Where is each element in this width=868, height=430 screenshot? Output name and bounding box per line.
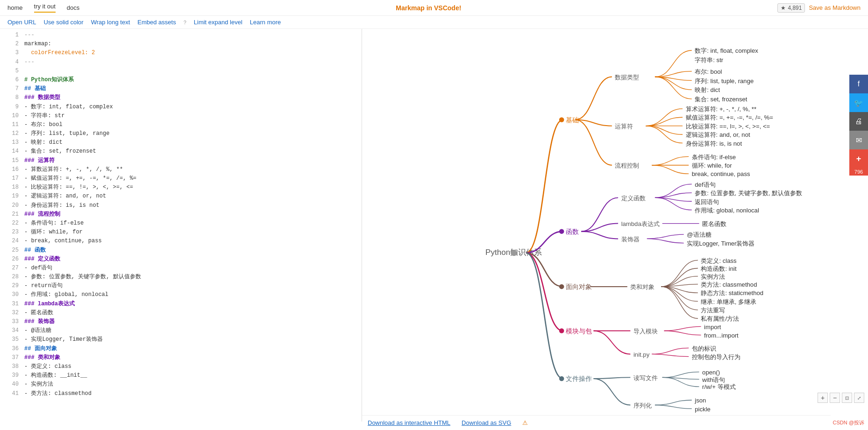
editor-line: 8### 数据类型 bbox=[0, 93, 362, 102]
node-logger: 实现Logger, Timer装饰器 bbox=[687, 240, 754, 247]
line-content: - 类方法: classmethod bbox=[24, 389, 358, 398]
social-sidebar: f 🐦 🖨 ✉ + 796 bbox=[849, 75, 868, 176]
github-count: 4,891 bbox=[788, 5, 802, 11]
editor-line: 4--- bbox=[0, 58, 362, 67]
line-number: 16 bbox=[4, 165, 19, 174]
nav-try-it-out[interactable]: try it out bbox=[34, 3, 56, 13]
line-number: 26 bbox=[4, 255, 19, 264]
line-number: 9 bbox=[4, 103, 19, 112]
line-number: 20 bbox=[4, 201, 19, 210]
line-content: ## 函数 bbox=[24, 246, 358, 255]
line-content: - 作用域: global, nonlocal bbox=[24, 290, 358, 299]
node-numbers: 数字: int, float, complex bbox=[695, 47, 758, 54]
line-content: - 实现Logger, Timer装饰器 bbox=[24, 335, 358, 344]
editor-line: 22- 条件语句: if-else bbox=[0, 219, 362, 228]
node-pickle: pickle bbox=[695, 406, 711, 413]
editor-line: 34- @语法糖 bbox=[0, 326, 362, 335]
limit-expand-button[interactable]: Limit expand level bbox=[194, 19, 242, 26]
node-syntax-sugar: @语法糖 bbox=[687, 231, 711, 238]
csdn-badge: CSDN @投诉 bbox=[833, 419, 864, 422]
embed-assets-button[interactable]: Embed assets bbox=[137, 19, 176, 26]
editor-content[interactable]: 1---2markmap:3 colorFreezeLevel: 24---56… bbox=[0, 29, 362, 422]
line-content: colorFreezeLevel: 2 bbox=[24, 49, 358, 57]
zoom-fullscreen-button[interactable]: ⤢ bbox=[854, 393, 864, 403]
editor-line: 18- 比较运算符: ==, !=, >, <, >=, <= bbox=[0, 183, 362, 192]
editor-line: 35- 实现Logger, Timer装饰器 bbox=[0, 335, 362, 344]
node-dict: 映射: dict bbox=[695, 86, 720, 93]
zoom-fit-button[interactable]: ⊡ bbox=[842, 393, 852, 403]
center-link-container: Markmap in VSCode! bbox=[91, 4, 766, 12]
node-instance-method: 实例方法 bbox=[701, 273, 725, 280]
node-define-func: 定义函数 bbox=[621, 195, 646, 202]
line-content: ## 基础 bbox=[24, 85, 358, 93]
download-svg-button[interactable]: Download as SVG bbox=[462, 419, 511, 422]
line-content: - 参数: 位置参数, 关键字参数, 默认值参数 bbox=[24, 273, 358, 282]
solid-color-button[interactable]: Use solid color bbox=[43, 19, 83, 26]
download-html-button[interactable]: Download as interactive HTML bbox=[368, 419, 450, 422]
print-button[interactable]: 🖨 bbox=[849, 112, 868, 131]
editor-line: 15### 运算符 bbox=[0, 156, 362, 165]
wrap-long-text-button[interactable]: Wrap long text bbox=[91, 19, 130, 26]
twitter-button[interactable]: 🐦 bbox=[849, 93, 868, 112]
oop-circle bbox=[559, 284, 564, 289]
editor-line: 11- 布尔: bool bbox=[0, 120, 362, 129]
line-number: 29 bbox=[4, 282, 19, 290]
node-staticmethod: 静态方法: staticmethod bbox=[701, 289, 763, 296]
line-number: 5 bbox=[4, 67, 19, 76]
editor-line: 10- 字符串: str bbox=[0, 112, 362, 120]
node-if: 条件语句: if-else bbox=[692, 154, 736, 161]
line-number: 28 bbox=[4, 273, 19, 282]
zoom-in-button[interactable]: + bbox=[818, 393, 828, 403]
line-number: 39 bbox=[4, 371, 19, 380]
node-inherit: 继承: 单继承, 多继承 bbox=[701, 298, 756, 305]
save-markdown-button[interactable]: Save as Markdown bbox=[809, 4, 861, 11]
nav-docs[interactable]: docs bbox=[67, 4, 79, 11]
line-number: 17 bbox=[4, 174, 19, 183]
editor-line: 29- return语句 bbox=[0, 282, 362, 290]
zoom-out-button[interactable]: − bbox=[830, 393, 840, 403]
func-circle bbox=[559, 229, 564, 234]
line-number: 31 bbox=[4, 300, 19, 309]
line-number: 36 bbox=[4, 345, 19, 353]
node-arith: 算术运算符: +, -, *, /, %, ** bbox=[686, 106, 756, 113]
line-content: ### 流程控制 bbox=[24, 210, 358, 219]
editor-line: 2markmap: bbox=[0, 40, 362, 49]
node-private: 私有属性/方法 bbox=[701, 315, 739, 322]
share-button[interactable]: + bbox=[849, 149, 868, 168]
basics-circle bbox=[559, 117, 564, 122]
open-url-button[interactable]: Open URL bbox=[7, 19, 36, 26]
editor-line: 41- 类方法: classmethod bbox=[0, 389, 362, 398]
line-content: - return语句 bbox=[24, 282, 358, 290]
editor-line: 16- 算数运算符: +, -, *, /, %, ** bbox=[0, 165, 362, 174]
email-button[interactable]: ✉ bbox=[849, 131, 868, 149]
line-content: - 条件语句: if-else bbox=[24, 219, 358, 228]
line-content: markmap: bbox=[24, 40, 358, 49]
facebook-button[interactable]: f bbox=[849, 75, 868, 93]
node-json: json bbox=[694, 397, 706, 404]
line-number: 37 bbox=[4, 353, 19, 362]
line-number: 11 bbox=[4, 120, 19, 129]
fileops-circle bbox=[559, 376, 564, 381]
line-number: 14 bbox=[4, 147, 19, 156]
mindmap-panel[interactable]: Python知识体系 基础 数据类型 数字: int, float, compl… bbox=[362, 29, 868, 422]
line-content: ### 装饰器 bbox=[24, 317, 358, 326]
nav-home[interactable]: home bbox=[7, 4, 23, 11]
line-number: 22 bbox=[4, 219, 19, 228]
node-anon: 匿名函数 bbox=[702, 220, 726, 227]
node-decorator: 装饰器 bbox=[621, 236, 640, 243]
node-oop: 面向对象 bbox=[566, 283, 592, 290]
main-layout: 1---2markmap:3 colorFreezeLevel: 24---56… bbox=[0, 29, 868, 422]
line-number: 38 bbox=[4, 362, 19, 371]
line-content: ### 数据类型 bbox=[24, 93, 358, 102]
line-content: - 数字: int, float, complex bbox=[24, 103, 358, 112]
editor-line: 33### 装饰器 bbox=[0, 317, 362, 326]
line-content: - 实例方法 bbox=[24, 380, 358, 389]
line-number: 24 bbox=[4, 237, 19, 246]
line-content: - 逻辑运算符: and, or, not bbox=[24, 192, 358, 201]
learn-more-button[interactable]: Learn more bbox=[250, 19, 281, 26]
markmap-vscode-link[interactable]: Markmap in VSCode! bbox=[396, 4, 461, 12]
line-number: 27 bbox=[4, 264, 19, 273]
line-content: - 字符串: str bbox=[24, 112, 358, 120]
line-number: 3 bbox=[4, 49, 19, 57]
line-number: 4 bbox=[4, 58, 19, 67]
